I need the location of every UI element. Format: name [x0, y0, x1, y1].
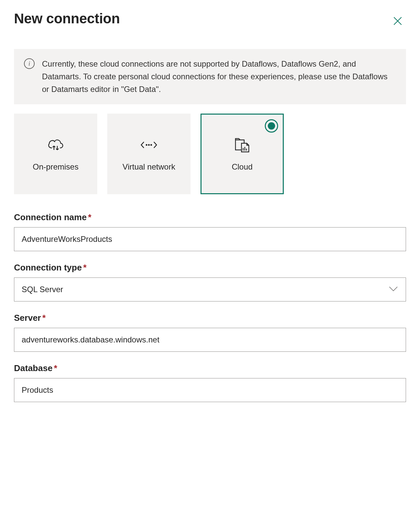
tile-cloud[interactable]: Cloud: [201, 114, 284, 194]
database-label: Database*: [14, 363, 406, 373]
database-input[interactable]: [14, 378, 406, 402]
required-asterisk: *: [42, 313, 46, 323]
server-input[interactable]: [14, 328, 406, 352]
svg-point-1: [148, 144, 150, 146]
server-label: Server*: [14, 313, 406, 323]
cloud-sync-icon: [46, 135, 65, 155]
connection-type-tiles: On-premises Virtual network Cloud: [14, 114, 406, 194]
connection-type-value: SQL Server: [22, 285, 63, 294]
page-title: New connection: [14, 11, 120, 27]
close-button[interactable]: [389, 13, 406, 30]
tile-label: Virtual network: [123, 161, 175, 173]
required-asterisk: *: [88, 212, 91, 222]
cloud-file-icon: [232, 135, 252, 155]
tile-label: On-premises: [33, 161, 78, 173]
svg-point-2: [151, 144, 152, 146]
network-icon: [139, 135, 159, 155]
selected-indicator-icon: [265, 119, 278, 133]
info-banner: i Currently, these cloud connections are…: [14, 49, 406, 104]
svg-point-0: [146, 144, 148, 146]
connection-name-label: Connection name*: [14, 212, 406, 223]
info-icon: i: [24, 58, 35, 69]
close-icon: [392, 23, 403, 28]
required-asterisk: *: [54, 363, 57, 373]
connection-name-input[interactable]: [14, 227, 406, 251]
connection-type-select[interactable]: SQL Server: [14, 277, 406, 301]
tile-on-premises[interactable]: On-premises: [14, 114, 97, 194]
tile-virtual-network[interactable]: Virtual network: [107, 114, 191, 194]
connection-type-label: Connection type*: [14, 263, 406, 273]
tile-label: Cloud: [232, 161, 253, 173]
required-asterisk: *: [83, 263, 87, 272]
info-banner-text: Currently, these cloud connections are n…: [42, 58, 396, 96]
